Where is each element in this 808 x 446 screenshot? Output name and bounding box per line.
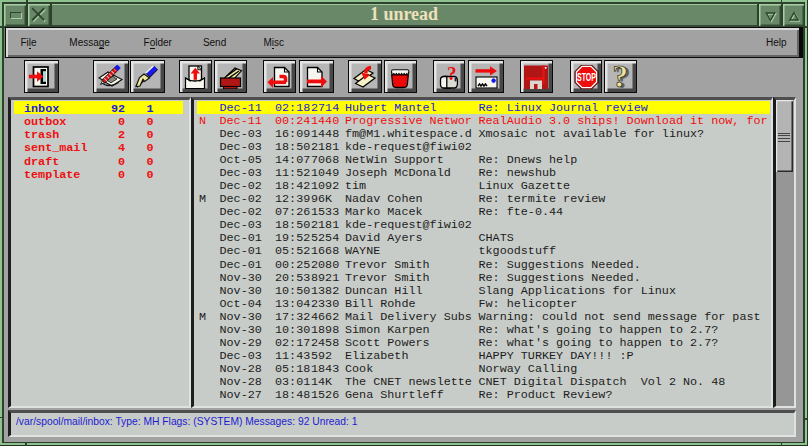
- svg-text:STOP: STOP: [577, 70, 596, 82]
- svg-text:?: ?: [612, 65, 628, 89]
- svg-text:?: ?: [447, 65, 457, 84]
